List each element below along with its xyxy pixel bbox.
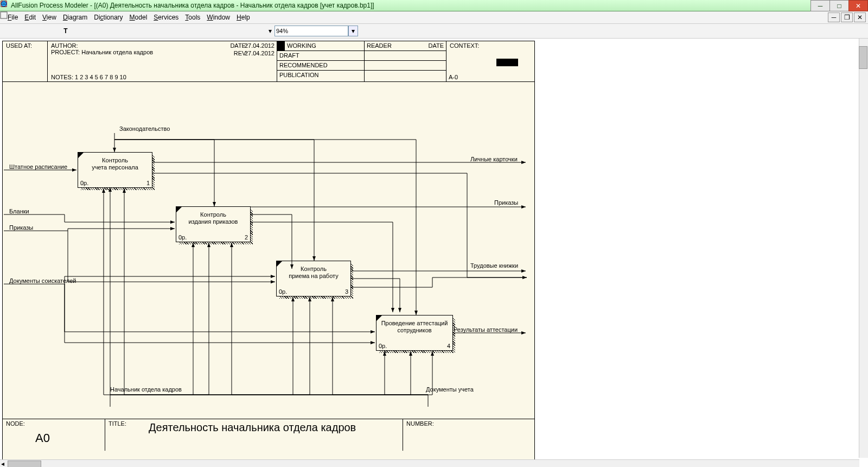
- menu-view[interactable]: View: [42, 14, 56, 21]
- menu-model[interactable]: Model: [130, 14, 148, 21]
- menubar: File Edit View Diagram Dictionary Model …: [0, 11, 868, 24]
- print-icon[interactable]: [235, 25, 247, 37]
- menu-tools[interactable]: Tools: [185, 14, 200, 21]
- status-cell: WORKING DRAFT RECOMMENDED PUBLICATION: [277, 41, 365, 81]
- doc-close-button[interactable]: ✕: [854, 12, 866, 22]
- context-box-icon: [496, 59, 518, 66]
- zoom-out-icon[interactable]: [362, 25, 374, 37]
- work-area: USED AT: AUTHOR: PROJECT: Начальник отде…: [0, 39, 868, 467]
- idef-footer: NODE: A0 TITLE: Деятельность начальника …: [3, 419, 534, 451]
- box-tool-icon[interactable]: [17, 25, 29, 37]
- diagram-title: Деятельность начальника отдела кадров: [149, 421, 356, 434]
- menu-help[interactable]: Help: [237, 14, 250, 21]
- menu-services[interactable]: Services: [154, 14, 178, 21]
- scrollbar-thumb[interactable]: [859, 46, 867, 69]
- tree-icon[interactable]: [413, 25, 425, 37]
- idef-header: USED AT: AUTHOR: PROJECT: Начальник отде…: [3, 41, 534, 82]
- scrollbar-thumb-h[interactable]: [8, 460, 41, 467]
- author-cell: AUTHOR: PROJECT: Начальник отдела кадров…: [48, 41, 277, 81]
- arrow-tool-icon[interactable]: [31, 25, 43, 37]
- up-icon[interactable]: [102, 25, 114, 37]
- doc-restore-button[interactable]: ❐: [841, 12, 853, 22]
- report-icon[interactable]: [427, 25, 439, 37]
- text-tool-icon[interactable]: T: [60, 25, 72, 37]
- zoom-input[interactable]: [275, 26, 348, 36]
- svg-point-17: [1, 1, 7, 7]
- svg-rect-1: [1, 12, 7, 18]
- play-icon[interactable]: [74, 25, 86, 37]
- window-title: AllFusion Process Modeler - [(A0) Деятел…: [11, 2, 374, 9]
- zoom-in-icon[interactable]: [376, 25, 388, 37]
- doc-minimize-button[interactable]: ─: [828, 12, 840, 22]
- toolbar: T ▾ ▾: [0, 24, 868, 39]
- reader-cell: READERDATE: [365, 41, 446, 81]
- save-icon[interactable]: [217, 25, 229, 37]
- close-button[interactable]: ✕: [848, 0, 868, 11]
- horizontal-scrollbar[interactable]: ◂: [0, 459, 859, 467]
- pointer-tool-icon[interactable]: [3, 25, 15, 37]
- minimize-button[interactable]: ─: [810, 0, 830, 11]
- doc-window-buttons: ─ ❐ ✕: [827, 12, 866, 22]
- zoom-dropdown-icon[interactable]: ▾: [268, 25, 272, 37]
- diagram-area[interactable]: Контрольучета персонала 0р.1 Контрольизд…: [3, 82, 534, 419]
- menu-diagram[interactable]: Diagram: [63, 14, 87, 21]
- vertical-scrollbar[interactable]: [859, 39, 868, 458]
- replay-icon[interactable]: [88, 25, 100, 37]
- maximize-button[interactable]: □: [829, 0, 849, 11]
- palette-icon[interactable]: [254, 25, 266, 37]
- menu-file[interactable]: File: [8, 14, 18, 21]
- context-cell: CONTEXT: A-0: [446, 41, 534, 81]
- zoom-dropdown-arrow-icon[interactable]: ▾: [348, 26, 358, 36]
- open-icon[interactable]: [203, 25, 215, 37]
- menu-dictionary[interactable]: Dictionary: [94, 14, 123, 21]
- down-icon[interactable]: [116, 25, 128, 37]
- menu-window[interactable]: Window: [207, 14, 230, 21]
- globe-icon[interactable]: [446, 25, 458, 37]
- new-icon[interactable]: [189, 25, 201, 37]
- arrows-layer: [3, 82, 534, 419]
- usedat-cell: USED AT:: [3, 41, 48, 81]
- node-value: A0: [35, 431, 50, 445]
- window-buttons: ─ □ ✕: [811, 0, 868, 11]
- menu-edit[interactable]: Edit: [24, 14, 36, 21]
- diagram-canvas[interactable]: USED AT: AUTHOR: PROJECT: Начальник отде…: [2, 41, 535, 461]
- check-icon[interactable]: [395, 25, 407, 37]
- scroll-left-icon[interactable]: ◂: [1, 460, 4, 467]
- squiggle-tool-icon[interactable]: [46, 25, 58, 37]
- titlebar: AllFusion Process Modeler - [(A0) Деятел…: [0, 0, 868, 11]
